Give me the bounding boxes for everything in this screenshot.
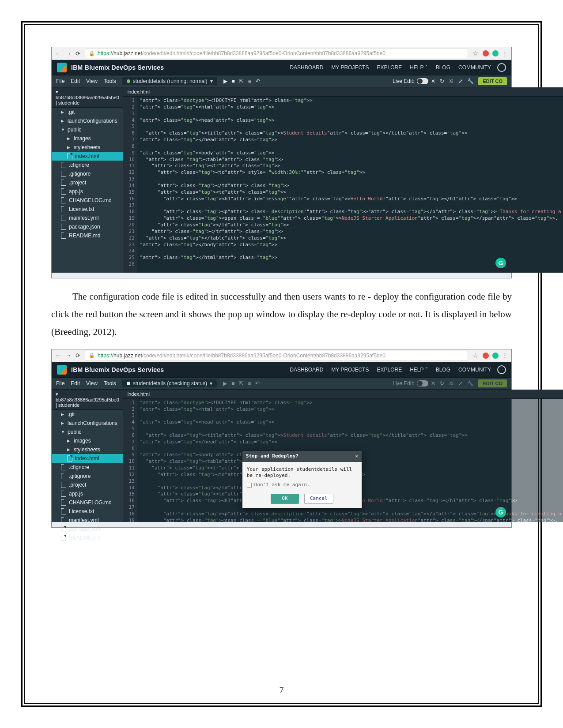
edit-code-button[interactable]: EDIT CO bbox=[478, 379, 507, 387]
redeploy-icon[interactable]: ↶ bbox=[256, 78, 260, 84]
tree-folder-images[interactable]: ▶images bbox=[52, 134, 123, 143]
reload-icon[interactable]: ⟳ bbox=[76, 50, 80, 57]
tree-folder-git[interactable]: ▶.git bbox=[52, 108, 123, 116]
run-status-dropdown[interactable]: studentdetails (checking status) ▾ bbox=[122, 379, 217, 387]
toggle-switch-icon[interactable] bbox=[417, 380, 428, 387]
nav-help[interactable]: HELP ˅ bbox=[410, 367, 427, 373]
stop-icon[interactable]: ■ bbox=[232, 78, 235, 84]
refresh-icon[interactable]: ↻ bbox=[440, 380, 444, 387]
tree-file-index-html[interactable]: index.html bbox=[52, 454, 123, 463]
url-field[interactable]: 🔒 https://hub.jazz.net/code/edit/edit.ht… bbox=[85, 351, 468, 360]
bookmark-star-icon[interactable]: ☆ bbox=[472, 49, 478, 57]
tree-folder-stylesheets[interactable]: ▶stylesheets bbox=[52, 143, 123, 152]
modal-ok-button[interactable]: OK bbox=[271, 494, 299, 504]
tree-folder-public[interactable]: ▼public bbox=[52, 428, 123, 436]
toggle-switch-icon[interactable] bbox=[417, 78, 428, 84]
nav-community[interactable]: COMMUNITY bbox=[458, 367, 491, 373]
menu-view[interactable]: View bbox=[86, 380, 98, 387]
live-edit-toggle[interactable]: Live Edit: ✕ bbox=[393, 78, 435, 84]
menu-edit[interactable]: Edit bbox=[71, 380, 80, 387]
play-icon[interactable]: ▶ bbox=[223, 78, 227, 84]
modal-cancel-button[interactable]: Cancel bbox=[304, 494, 333, 504]
nav-blog[interactable]: BLOG bbox=[436, 64, 450, 71]
nav-dashboard[interactable]: DASHBOARD bbox=[290, 64, 323, 71]
bookmark-star-icon[interactable]: ☆ bbox=[472, 352, 478, 360]
back-icon[interactable]: ← bbox=[55, 352, 61, 359]
nav-my-projects[interactable]: MY PROJECTS bbox=[331, 367, 369, 373]
extension-icon-red[interactable] bbox=[483, 353, 489, 359]
nav-help[interactable]: HELP ˅ bbox=[410, 64, 427, 71]
back-icon[interactable]: ← bbox=[55, 50, 61, 57]
forward-icon[interactable]: → bbox=[65, 352, 71, 359]
tree-file-project[interactable]: .project bbox=[52, 480, 123, 489]
list-icon[interactable]: ≡ bbox=[248, 78, 251, 84]
nav-dashboard[interactable]: DASHBOARD bbox=[290, 367, 323, 373]
tree-file-manifest[interactable]: manifest.yml bbox=[52, 516, 123, 525]
browser-menu-icon[interactable]: ⋮ bbox=[502, 50, 508, 57]
nav-blog[interactable]: BLOG bbox=[436, 367, 450, 373]
menu-file[interactable]: File bbox=[56, 380, 64, 387]
maximize-icon[interactable]: ⤢ bbox=[458, 380, 463, 387]
tree-folder-stylesheets[interactable]: ▶stylesheets bbox=[52, 445, 123, 454]
grammarly-badge-icon[interactable]: G bbox=[495, 258, 506, 268]
tree-file-cfignore[interactable]: .cfignore bbox=[52, 161, 123, 169]
tree-file-gitignore[interactable]: .gitignore bbox=[52, 472, 123, 480]
tree-file-changelog[interactable]: CHANGELOG.md bbox=[52, 196, 123, 205]
tree-file-readme[interactable]: README.md bbox=[52, 231, 123, 240]
modal-close-icon[interactable]: ✕ bbox=[355, 453, 358, 460]
settings-icon[interactable]: 🔧 bbox=[467, 78, 474, 84]
menu-tools[interactable]: Tools bbox=[104, 380, 116, 387]
tree-folder-git[interactable]: ▶.git bbox=[52, 410, 123, 419]
close-icon[interactable]: ✕ bbox=[431, 380, 435, 387]
horizontal-scrollbar[interactable] bbox=[52, 273, 511, 278]
extension-icon-green[interactable] bbox=[492, 353, 499, 359]
list-icon[interactable]: ≡ bbox=[248, 380, 251, 387]
tree-file-index-html[interactable]: index.html bbox=[52, 152, 123, 161]
tree-file-license[interactable]: License.txt bbox=[52, 205, 123, 214]
tree-folder-images[interactable]: ▶images bbox=[52, 436, 123, 445]
open-app-icon[interactable]: ⇱ bbox=[239, 380, 243, 387]
extension-icon-green[interactable] bbox=[492, 50, 499, 56]
modal-dont-ask-row[interactable]: Don't ask me again. bbox=[247, 482, 357, 488]
edit-code-button[interactable]: EDIT CO bbox=[478, 77, 507, 85]
refresh-icon[interactable]: ↻ bbox=[440, 78, 444, 84]
nav-explore[interactable]: EXPLORE bbox=[377, 64, 402, 71]
grammarly-badge-icon[interactable]: G bbox=[495, 507, 506, 518]
menu-edit[interactable]: Edit bbox=[71, 78, 80, 84]
tree-file-appjs[interactable]: app.js bbox=[52, 489, 123, 498]
tree-folder-public[interactable]: ▼public bbox=[52, 125, 123, 134]
close-icon[interactable]: ✕ bbox=[431, 78, 435, 84]
tree-file-changelog[interactable]: CHANGELOG.md bbox=[52, 498, 123, 507]
profile-icon[interactable] bbox=[497, 63, 506, 72]
reload-icon[interactable]: ⟳ bbox=[76, 352, 80, 359]
menu-file[interactable]: File bbox=[56, 78, 64, 84]
nav-community[interactable]: COMMUNITY bbox=[458, 64, 491, 71]
debug-icon[interactable]: ⛭ bbox=[449, 78, 454, 84]
tree-file-appjs[interactable]: app.js bbox=[52, 187, 123, 196]
maximize-icon[interactable]: ⤢ bbox=[458, 78, 463, 84]
tree-file-manifest[interactable]: manifest.yml bbox=[52, 214, 123, 222]
extension-icon-red[interactable] bbox=[483, 50, 489, 56]
tree-file-cfignore[interactable]: .cfignore bbox=[52, 463, 123, 472]
code-area[interactable]: 1 2 3 4 5 6 7 8 9 10 11 12 13 14 15 16 1… bbox=[123, 97, 563, 273]
editor-tab[interactable]: index.html bbox=[123, 87, 563, 97]
redeploy-icon[interactable]: ↶ bbox=[255, 380, 260, 387]
settings-icon[interactable]: 🔧 bbox=[467, 380, 474, 387]
tree-file-gitignore[interactable]: .gitignore bbox=[52, 169, 123, 178]
tree-file-readme[interactable]: README.md bbox=[52, 533, 123, 542]
bluemix-logo[interactable] bbox=[57, 365, 67, 375]
tree-file-package[interactable]: package.json bbox=[52, 525, 123, 533]
editor-tab[interactable]: index.html bbox=[123, 390, 563, 399]
menu-view[interactable]: View bbox=[86, 78, 98, 84]
checkbox-icon[interactable] bbox=[247, 483, 252, 488]
nav-explore[interactable]: EXPLORE bbox=[377, 367, 402, 373]
bluemix-logo[interactable] bbox=[57, 63, 67, 72]
tree-folder-launch-configurations[interactable]: ▶launchConfigurations bbox=[52, 116, 123, 125]
run-status-dropdown[interactable]: studentdetails (running: normal) ▾ bbox=[122, 77, 217, 85]
code-area[interactable]: 1 2 3 4 5 6 7 8 9 10 11 12 13 14 15 16 1… bbox=[123, 399, 563, 522]
tree-file-package[interactable]: package.json bbox=[52, 222, 123, 231]
play-icon[interactable]: ▶ bbox=[223, 380, 227, 387]
forward-icon[interactable]: → bbox=[65, 50, 71, 57]
open-app-icon[interactable]: ⇱ bbox=[239, 78, 244, 84]
debug-icon[interactable]: ⛭ bbox=[449, 380, 454, 387]
